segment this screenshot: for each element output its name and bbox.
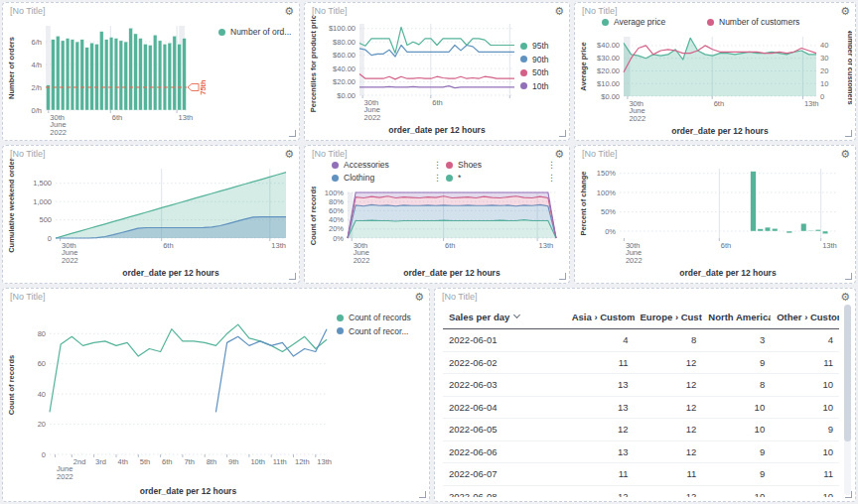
legend-item[interactable]: Count of recor...	[337, 327, 424, 336]
column-header[interactable]: North America › Cu	[702, 312, 771, 322]
value-cell: 10	[702, 491, 771, 497]
svg-text:$40.00: $40.00	[597, 41, 620, 50]
legend-item[interactable]: Shoes⋮	[446, 161, 560, 170]
svg-text:order_date per 12 hours: order_date per 12 hours	[679, 268, 777, 278]
legend-item[interactable]: 95th	[520, 42, 564, 51]
svg-text:6th: 6th	[432, 98, 442, 107]
svg-text:6th: 6th	[714, 98, 724, 107]
legend-item[interactable]: 10th	[520, 82, 564, 91]
table-row[interactable]: 2022-06-031312810	[443, 374, 839, 397]
kebab-menu-icon[interactable]: ⋮	[547, 174, 560, 183]
legend-color-dot	[332, 162, 339, 169]
table-row[interactable]: 2022-06-051212109	[443, 419, 839, 441]
resize-handle-icon[interactable]	[289, 273, 296, 280]
kebab-menu-icon[interactable]: ⋮	[433, 161, 446, 170]
panel-title: [No Title]	[442, 292, 478, 302]
value-cell: 13	[566, 402, 635, 413]
date-cell: 2022-06-01	[443, 334, 566, 345]
svg-text:1,500: 1,500	[33, 179, 52, 188]
svg-text:$0.00: $0.00	[337, 91, 356, 100]
gear-icon[interactable]: ⚙	[840, 290, 850, 304]
value-cell: 4	[566, 334, 635, 345]
value-cell: 8	[635, 334, 703, 345]
date-cell: 2022-06-06	[443, 446, 566, 457]
column-header[interactable]: Asia › Customers	[566, 312, 635, 322]
kebab-menu-icon[interactable]: ⋮	[547, 161, 560, 170]
legend-item[interactable]: Count of records	[337, 314, 424, 322]
svg-text:2022: 2022	[354, 256, 370, 265]
dashboard: [No Title] ⚙ 0/h2/h4/h6/h30thJune20226th…	[0, 0, 858, 504]
legend-item[interactable]: 90th	[520, 56, 564, 64]
resize-handle-icon[interactable]	[845, 273, 852, 280]
legend-item[interactable]: *⋮	[446, 174, 560, 183]
gear-icon[interactable]: ⚙	[840, 4, 850, 18]
svg-text:Number of orders: Number of orders	[7, 37, 16, 99]
legend-item[interactable]: 50th	[520, 68, 564, 77]
cumulative-weekend-orders-chart[interactable]: 05001,0001,50030thJune20226th13thCumulat…	[6, 159, 296, 280]
column-header-label: Europe › Customer	[641, 312, 703, 322]
svg-text:10th: 10th	[250, 457, 265, 466]
legend-color-dot	[707, 19, 714, 26]
value-cell: 10	[771, 379, 839, 390]
legend-color-dot	[332, 175, 339, 182]
kebab-menu-icon[interactable]: ⋮	[433, 174, 446, 183]
category-percent-stack-chart[interactable]: Accessories⋮Shoes⋮Clothing⋮*⋮0%20%40%60%…	[308, 159, 566, 280]
resize-handle-icon[interactable]	[419, 491, 426, 498]
resize-handle-icon[interactable]	[559, 130, 566, 137]
percent-of-change-chart[interactable]: 0%50%100%150%30thJune20226th13thPercent …	[578, 159, 852, 280]
table-scrollbar-thumb[interactable]	[844, 305, 851, 441]
legend-label: 10th	[532, 82, 549, 91]
svg-text:2/h: 2/h	[32, 83, 42, 92]
gear-icon[interactable]: ⚙	[554, 4, 564, 18]
resize-handle-icon[interactable]	[559, 273, 566, 280]
svg-text:0/h: 0/h	[32, 106, 42, 115]
gear-icon[interactable]: ⚙	[284, 147, 294, 161]
count-of-records-chart[interactable]: 020406080June20222nd3rd4th5th6th7th8th9t…	[6, 302, 426, 498]
legend-item[interactable]: Average price	[602, 18, 707, 27]
legend-item[interactable]: Clothing⋮	[332, 174, 446, 183]
chevron-down-icon[interactable]	[513, 312, 520, 318]
resize-handle-icon[interactable]	[845, 491, 852, 498]
price-percentiles-chart[interactable]: $0.00$20.00$40.00$60.00$80.00$100.0030th…	[308, 16, 566, 137]
svg-text:$20.00: $20.00	[333, 77, 356, 86]
table-row[interactable]: 2022-06-0812121010	[443, 486, 839, 498]
legend-item[interactable]: Number of customers	[707, 18, 846, 27]
resize-handle-icon[interactable]	[845, 130, 852, 137]
legend-label: Count of records	[349, 314, 411, 322]
gear-icon[interactable]: ⚙	[840, 147, 850, 161]
table-row[interactable]: 2022-06-071111911	[443, 463, 839, 486]
legend-label: Clothing	[344, 174, 374, 183]
table-row[interactable]: 2022-06-0413121010	[443, 397, 839, 420]
legend-item[interactable]: Number of ord...	[218, 28, 294, 37]
legend-label: *	[458, 174, 461, 183]
svg-text:7th: 7th	[184, 457, 194, 466]
svg-text:60%: 60%	[329, 206, 344, 215]
column-header[interactable]: Sales per day	[443, 312, 566, 322]
svg-text:8th: 8th	[207, 457, 216, 466]
orders-histogram-chart[interactable]: 0/h2/h4/h6/h30thJune20226th13th75thNumbe…	[6, 16, 296, 137]
table-row[interactable]: 2022-06-061312910	[443, 441, 839, 464]
legend-label: Count of recor...	[349, 327, 408, 336]
table-row[interactable]: 2022-06-014834	[443, 329, 839, 352]
gear-icon[interactable]: ⚙	[554, 147, 564, 161]
column-header[interactable]: Other › Customers	[771, 312, 839, 322]
gear-icon[interactable]: ⚙	[414, 290, 424, 304]
price-vs-customers-chart[interactable]: Average priceNumber of customers$0.00$10…	[578, 16, 852, 137]
svg-text:500: 500	[39, 215, 52, 224]
column-header[interactable]: Europe › Customer	[635, 312, 703, 322]
legend-color-dot	[337, 315, 344, 321]
gear-icon[interactable]: ⚙	[284, 4, 294, 18]
table-row[interactable]: 2022-06-021112911	[443, 352, 839, 375]
legend-item[interactable]: Accessories⋮	[332, 161, 446, 170]
resize-handle-icon[interactable]	[289, 130, 296, 137]
svg-text:order_date per 12 hours: order_date per 12 hours	[403, 268, 500, 278]
value-cell: 12	[635, 491, 703, 497]
value-cell: 10	[771, 491, 839, 497]
svg-text:13th: 13th	[804, 98, 819, 107]
value-cell: 12	[566, 491, 635, 497]
table-scrollbar[interactable]	[844, 305, 851, 495]
svg-text:13th: 13th	[317, 457, 332, 466]
value-cell: 11	[566, 468, 635, 479]
svg-text:40: 40	[38, 390, 46, 399]
panel-title: [No Title]	[312, 6, 348, 16]
